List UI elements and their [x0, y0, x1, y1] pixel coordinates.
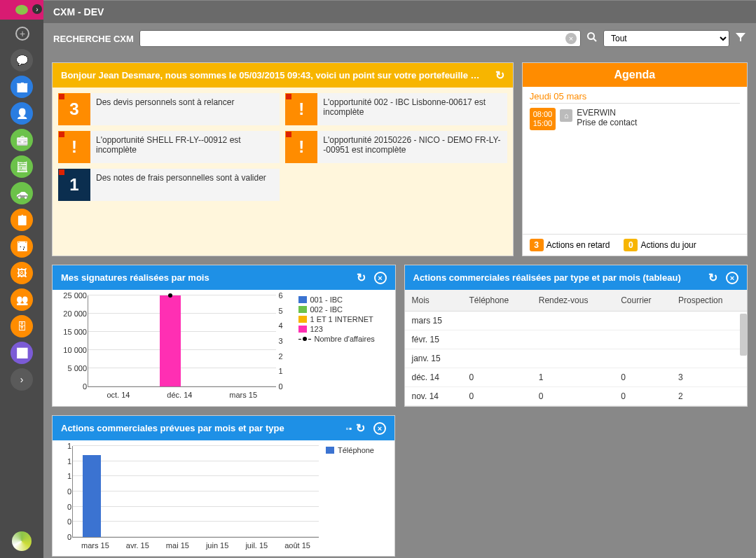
group-icon[interactable]: 👥	[11, 288, 33, 311]
search-label: RECHERCHE CXM	[53, 34, 134, 44]
agenda-footer: 3Actions en retard 0Actions du jour	[523, 234, 747, 256]
portfolio-title: Bonjour Jean Desmare, nous sommes le 05/…	[61, 70, 479, 81]
chat-icon	[15, 5, 28, 15]
today-label: Actions du jour	[640, 240, 696, 250]
titlebar: CXM - DEV	[43, 0, 756, 23]
notification-item[interactable]: !L'opportunité SHELL FR-LY--00912 est in…	[58, 131, 280, 163]
notification-text: L'opportunité 20150226 - NICO - DEMO FR-…	[317, 131, 507, 163]
filter-select[interactable]: Tout	[603, 30, 729, 47]
legend-item: Téléphone	[326, 446, 389, 454]
portfolio-body: 3Des devis personnels sont à relancer!L'…	[53, 88, 513, 256]
planned-title: Actions commerciales prévues par mois et…	[61, 423, 284, 433]
table-header[interactable]: Prospection	[671, 290, 747, 312]
actions-table-title: Actions commerciales réalisées par type …	[413, 272, 681, 283]
barchart-icon[interactable]: 📊	[11, 342, 33, 364]
svg-point-0	[588, 33, 594, 39]
searchbar: RECHERCHE CXM × Tout	[43, 23, 756, 54]
signatures-chart: 25 00020 00015 00010 0005 0000 6543210 o…	[53, 290, 395, 405]
notification-text: Des devis personnels sont à relancer	[90, 93, 280, 125]
table-row[interactable]: nov. 140002	[405, 387, 748, 406]
sidebar-logo[interactable]: ›	[0, 0, 43, 20]
table-header[interactable]: Rendez-vous	[532, 290, 614, 312]
search-icon[interactable]	[586, 32, 598, 46]
agenda-date: Jeudi 05 mars	[530, 91, 740, 104]
bar-telephone	[83, 455, 101, 537]
scrollbar-thumb[interactable]	[740, 314, 747, 356]
portfolio-header: Bonjour Jean Desmare, nous sommes le 05/…	[53, 63, 513, 88]
line-point	[168, 293, 172, 298]
table-header[interactable]: Mois	[405, 290, 462, 312]
svg-line-1	[593, 39, 596, 41]
user-icon[interactable]: 👤	[11, 102, 33, 125]
late-count: 3	[530, 239, 544, 251]
sidebar: › + 💬🏢👤💼🧮🚗📋📅🖼👥🗄📊›	[0, 0, 43, 558]
refresh-icon[interactable]: ↻	[708, 271, 717, 284]
settings-icon[interactable]: ▫▪	[345, 424, 352, 433]
table-row[interactable]: mars 15	[405, 312, 748, 330]
agenda-details: EVERWIN Prise de contact	[577, 108, 637, 127]
planned-header: Actions commerciales prévues par mois et…	[53, 416, 394, 440]
briefcase-icon[interactable]: 💼	[11, 129, 33, 151]
actions-table-body: MoisTéléphoneRendez-vousCourrierProspect…	[405, 290, 748, 406]
refresh-icon[interactable]: ↻	[357, 271, 366, 284]
table-row[interactable]: févr. 15	[405, 330, 748, 349]
legend-item: 001 - IBC	[298, 295, 390, 304]
agenda-body: Jeudi 05 mars 08:00 15:00 ⌂ EVERWIN Pris…	[523, 87, 747, 234]
table-header[interactable]: Courrier	[614, 290, 671, 312]
app-title: CXM - DEV	[53, 6, 104, 18]
notification-text: Des notes de frais personnelles sont à v…	[90, 169, 280, 201]
chevron-right-icon[interactable]: ›	[32, 4, 42, 14]
table-row[interactable]: janv. 15	[405, 349, 748, 368]
close-icon[interactable]: ×	[726, 272, 738, 284]
actions-table-header: Actions commerciales réalisées par type …	[405, 265, 748, 290]
notification-item[interactable]: !L'opportunité 20150226 - NICO - DEMO FR…	[285, 131, 507, 163]
home-icon: ⌂	[560, 109, 572, 122]
notification-item[interactable]: 3Des devis personnels sont à relancer	[58, 93, 280, 125]
bar-123	[160, 295, 181, 386]
notification-item[interactable]: 1Des notes de frais personnelles sont à …	[58, 169, 280, 201]
calculator-icon[interactable]: 🧮	[11, 155, 33, 178]
comment-icon[interactable]: 💬	[11, 49, 33, 71]
notification-badge: 3	[58, 93, 90, 125]
app-logo	[12, 531, 32, 551]
notification-item[interactable]: !L'opportunité 002 - IBC Lisbonne-00617 …	[285, 93, 507, 125]
agenda-header: Agenda	[523, 63, 747, 87]
more-icon[interactable]: ›	[11, 368, 33, 391]
legend-item: Nombre d'affaires	[298, 335, 390, 343]
refresh-icon[interactable]: ↻	[495, 69, 504, 82]
calendar-notes-icon[interactable]: 📋	[11, 209, 33, 231]
main-area: CXM - DEV RECHERCHE CXM × Tout Bonjour J…	[43, 0, 756, 558]
agenda-title: Agenda	[614, 69, 656, 81]
notification-text: L'opportunité SHELL FR-LY--00912 est inc…	[90, 131, 280, 163]
refresh-icon[interactable]: ↻	[356, 421, 365, 435]
search-input[interactable]	[139, 30, 581, 47]
drawer-icon[interactable]: 🗄	[11, 315, 33, 337]
calendar-icon[interactable]: 📅	[11, 235, 33, 258]
svg-marker-2	[736, 33, 745, 41]
planned-widget: Actions commerciales prévues par mois et…	[52, 415, 395, 557]
planned-chart: 1110000 mars 15avr. 15mai 15juin 15juil.…	[53, 440, 394, 556]
notification-badge: !	[285, 131, 317, 163]
table-row[interactable]: déc. 140103	[405, 368, 748, 387]
agenda-item[interactable]: 08:00 15:00 ⌂ EVERWIN Prise de contact	[530, 108, 740, 130]
legend-item: 002 - IBC	[298, 305, 390, 314]
car-icon[interactable]: 🚗	[11, 182, 33, 204]
dashboard: Bonjour Jean Desmare, nous sommes le 05/…	[43, 54, 756, 558]
agenda-widget: Agenda Jeudi 05 mars 08:00 15:00 ⌂ EVERW…	[522, 62, 748, 256]
signatures-widget: Mes signatures réalisées par mois ↻ × 25…	[52, 265, 396, 407]
actions-table: MoisTéléphoneRendez-vousCourrierProspect…	[405, 290, 748, 406]
everwin-logo-icon	[12, 531, 32, 551]
today-count: 0	[624, 239, 638, 251]
landscape-icon[interactable]: 🖼	[11, 262, 33, 284]
notification-text: L'opportunité 002 - IBC Lisbonne-00617 e…	[317, 93, 507, 125]
close-icon[interactable]: ×	[374, 272, 387, 284]
notification-badge: !	[285, 93, 317, 125]
close-icon[interactable]: ×	[373, 422, 386, 435]
building-icon[interactable]: 🏢	[11, 76, 33, 98]
notification-badge: !	[58, 131, 90, 163]
add-icon[interactable]: +	[15, 27, 29, 41]
table-header[interactable]: Téléphone	[462, 290, 531, 312]
funnel-icon[interactable]	[735, 32, 746, 46]
agenda-time: 08:00 15:00	[530, 108, 556, 130]
clear-icon[interactable]: ×	[565, 33, 577, 44]
